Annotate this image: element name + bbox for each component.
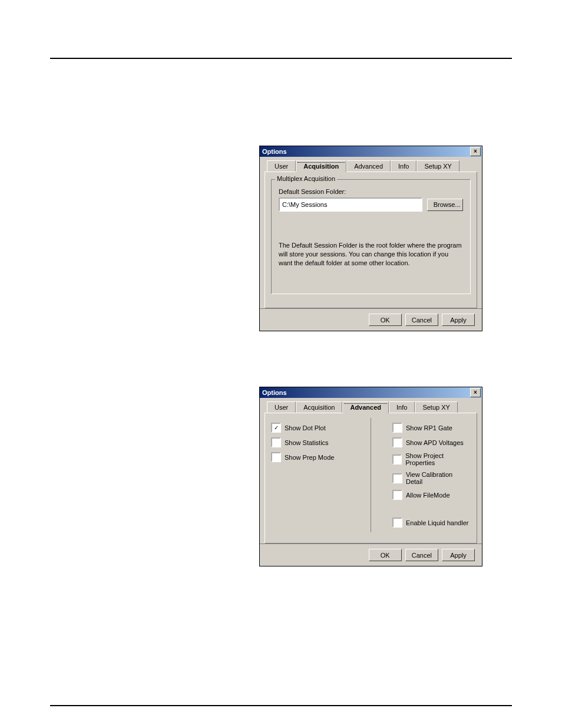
help-text: The Default Session Folder is the root f… xyxy=(279,241,463,268)
checkbox-label: Show Prep Mode xyxy=(285,454,334,461)
close-icon[interactable]: × xyxy=(470,147,481,156)
checkbox-label: Allow FileMode xyxy=(406,492,450,499)
tab-acquisition[interactable]: Acquisition xyxy=(296,401,342,413)
vertical-divider xyxy=(371,418,371,532)
checkbox-label: Show Project Properties xyxy=(405,452,471,466)
checkbox-icon[interactable] xyxy=(392,437,402,447)
cancel-button[interactable]: Cancel xyxy=(405,314,438,326)
checkbox-icon[interactable] xyxy=(392,518,402,528)
checkbox-label: Show RP1 Gate xyxy=(406,424,452,431)
tab-setupxy[interactable]: Setup XY xyxy=(415,401,457,413)
apply-button[interactable]: Apply xyxy=(442,549,475,561)
show-rp1-gate-option[interactable]: Show RP1 Gate xyxy=(392,423,471,433)
titlebar: Options × xyxy=(260,146,482,157)
checkbox-icon[interactable] xyxy=(271,452,281,462)
browse-button[interactable]: Browse... xyxy=(427,199,463,211)
session-folder-input[interactable] xyxy=(279,197,422,212)
checkbox-icon[interactable] xyxy=(392,423,402,433)
enable-liquid-handler-option[interactable]: Enable Liquid handler xyxy=(392,518,471,528)
tab-advanced[interactable]: Advanced xyxy=(346,160,391,172)
tab-info[interactable]: Info xyxy=(391,160,416,172)
show-apd-voltages-option[interactable]: Show APD Voltages xyxy=(392,437,471,447)
dialog-title: Options xyxy=(261,148,287,155)
checkbox-label: View Calibration Detail xyxy=(406,471,471,485)
cancel-button[interactable]: Cancel xyxy=(405,549,438,561)
tab-advanced[interactable]: Advanced xyxy=(342,401,389,413)
ok-button[interactable]: OK xyxy=(369,314,402,326)
multiplex-acquisition-group: Multiplex Acquisition Default Session Fo… xyxy=(271,179,471,294)
default-session-folder-label: Default Session Folder: xyxy=(279,188,463,195)
allow-filemode-option[interactable]: Allow FileMode xyxy=(392,490,471,500)
show-dot-plot-option[interactable]: ✓ Show Dot Plot xyxy=(271,423,349,433)
checkbox-icon[interactable] xyxy=(392,473,402,483)
titlebar: Options × xyxy=(260,387,482,398)
horizontal-rule-bottom xyxy=(50,705,512,706)
checkbox-label: Show Dot Plot xyxy=(285,424,326,431)
horizontal-rule-top xyxy=(50,58,512,59)
tab-user[interactable]: User xyxy=(267,160,296,172)
options-dialog-acquisition: Options × User Acquisition Advanced Info… xyxy=(259,146,482,331)
tab-acquisition[interactable]: Acquisition xyxy=(296,160,346,172)
apply-button[interactable]: Apply xyxy=(442,314,475,326)
ok-button[interactable]: OK xyxy=(369,549,402,561)
dialog-title: Options xyxy=(261,389,287,396)
group-title: Multiplex Acquisition xyxy=(275,175,337,182)
checkbox-icon[interactable] xyxy=(271,437,281,447)
options-dialog-advanced: Options × User Acquisition Advanced Info… xyxy=(259,387,482,566)
tab-info[interactable]: Info xyxy=(389,401,415,413)
show-statistics-option[interactable]: Show Statistics xyxy=(271,437,349,447)
view-calibration-detail-option[interactable]: View Calibration Detail xyxy=(392,471,471,485)
checkbox-icon[interactable]: ✓ xyxy=(271,423,281,433)
checkbox-icon[interactable] xyxy=(392,490,402,500)
tab-setupxy[interactable]: Setup XY xyxy=(416,160,459,172)
show-prep-mode-option[interactable]: Show Prep Mode xyxy=(271,452,349,462)
tab-user[interactable]: User xyxy=(267,401,296,413)
checkbox-icon[interactable] xyxy=(392,454,402,465)
close-icon[interactable]: × xyxy=(470,388,481,397)
checkbox-label: Show APD Voltages xyxy=(406,439,464,446)
checkbox-label: Enable Liquid handler xyxy=(406,519,468,526)
show-project-properties-option[interactable]: Show Project Properties xyxy=(392,452,471,466)
checkbox-label: Show Statistics xyxy=(285,439,329,446)
